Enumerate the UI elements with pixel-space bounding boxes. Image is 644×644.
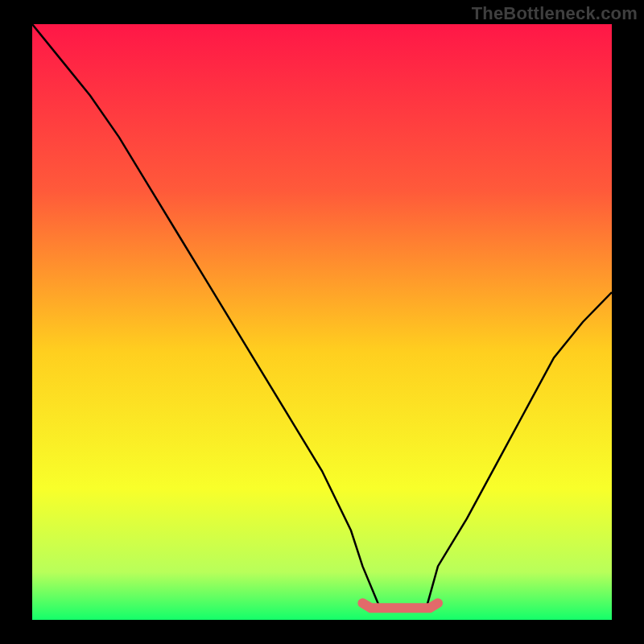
gradient-background xyxy=(32,24,612,620)
plot-area xyxy=(32,24,612,620)
optimal-flat-segment xyxy=(362,603,438,608)
watermark-text: TheBottleneck.com xyxy=(472,3,638,24)
chart-frame: TheBottleneck.com xyxy=(0,0,644,644)
chart-svg xyxy=(32,24,612,620)
